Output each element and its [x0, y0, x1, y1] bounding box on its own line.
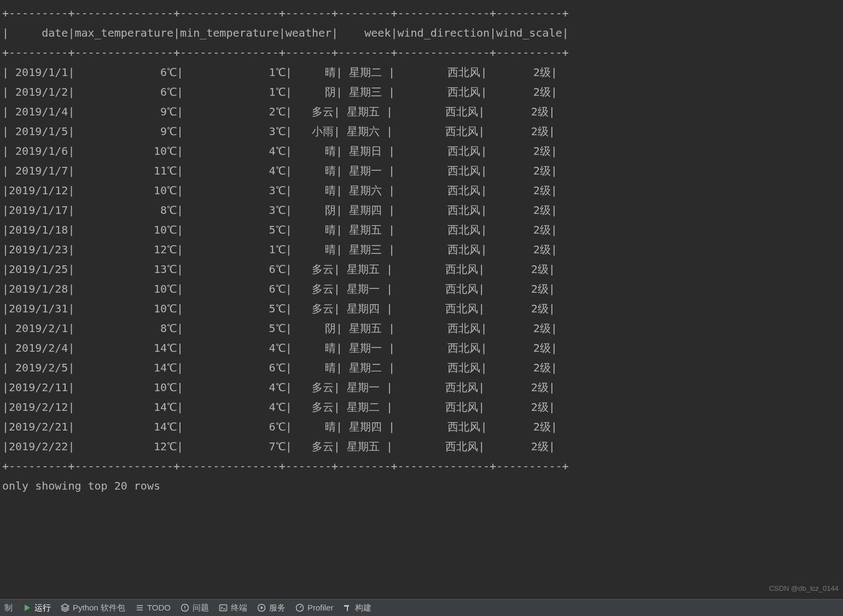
console-line: only showing top 20 rows	[2, 476, 843, 496]
console-line: +---------+---------------+-------------…	[2, 456, 843, 476]
console-line: | 2019/1/4| 9℃| 2℃| 多云| 星期五 | 西北风| 2级|	[2, 102, 843, 121]
console-line: |2019/1/28| 10℃| 6℃| 多云| 星期一 | 西北风| 2级|	[2, 279, 843, 299]
console-line: |2019/2/22| 12℃| 7℃| 多云| 星期五 | 西北风| 2级|	[2, 437, 843, 456]
console-line: | 2019/2/5| 14℃| 6℃| 晴| 星期二 | 西北风| 2级|	[2, 358, 843, 377]
console-line: | 2019/2/4| 14℃| 4℃| 晴| 星期一 | 西北风| 2级|	[2, 338, 843, 358]
console-line: |2019/2/21| 14℃| 6℃| 晴| 星期四 | 西北风| 2级|	[2, 417, 843, 437]
console-line: |2019/1/25| 13℃| 6℃| 多云| 星期五 | 西北风| 2级|	[2, 259, 843, 279]
console-line: |2019/1/17| 8℃| 3℃| 阴| 星期四 | 西北风| 2级|	[2, 200, 843, 220]
console-line: |2019/2/12| 14℃| 4℃| 多云| 星期二 | 西北风| 2级|	[2, 397, 843, 417]
console-line: | 2019/1/7| 11℃| 4℃| 晴| 星期一 | 西北风| 2级|	[2, 161, 843, 181]
console-line: +---------+---------------+-------------…	[2, 3, 843, 23]
console-line: |2019/1/23| 12℃| 1℃| 晴| 星期三 | 西北风| 2级|	[2, 240, 843, 259]
console-line: |2019/1/12| 10℃| 3℃| 晴| 星期六 | 西北风| 2级|	[2, 181, 843, 200]
console-line: +---------+---------------+-------------…	[2, 43, 843, 62]
output-console: +---------+---------------+-------------…	[0, 0, 843, 496]
console-line: | 2019/1/6| 10℃| 4℃| 晴| 星期日 | 西北风| 2级|	[2, 141, 843, 161]
console-line: |2019/1/31| 10℃| 5℃| 多云| 星期四 | 西北风| 2级|	[2, 299, 843, 318]
console-line: |2019/2/11| 10℃| 4℃| 多云| 星期一 | 西北风| 2级|	[2, 377, 843, 397]
console-line: | 2019/1/2| 6℃| 1℃| 阴| 星期三 | 西北风| 2级|	[2, 82, 843, 102]
console-line: |2019/1/18| 10℃| 5℃| 晴| 星期五 | 西北风| 2级|	[2, 220, 843, 240]
console-line: | 2019/1/1| 6℃| 1℃| 晴| 星期二 | 西北风| 2级|	[2, 62, 843, 82]
console-line: | 2019/1/5| 9℃| 3℃| 小雨| 星期六 | 西北风| 2级|	[2, 121, 843, 141]
console-line: | date|max_temperature|min_temperature|w…	[2, 23, 843, 43]
console-line: | 2019/2/1| 8℃| 5℃| 阴| 星期五 | 西北风| 2级|	[2, 318, 843, 338]
